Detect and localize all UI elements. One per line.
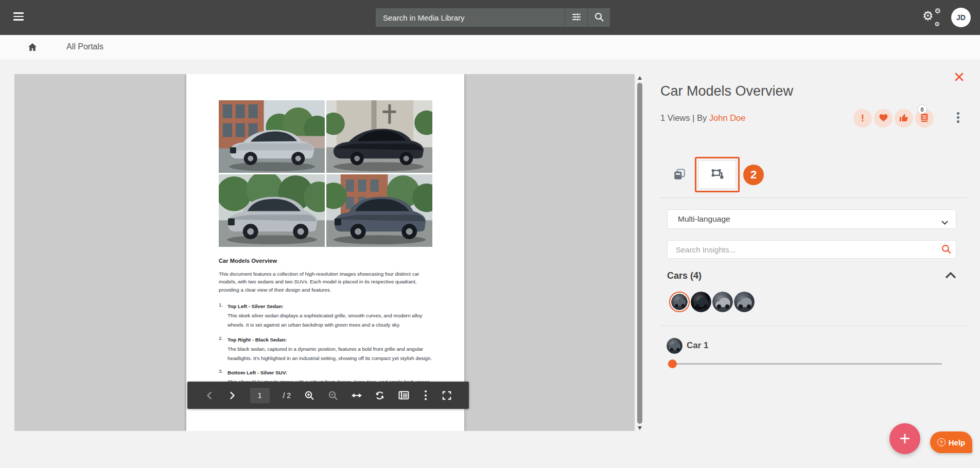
thumbs-up-icon: [899, 113, 908, 123]
tune-icon: [571, 12, 582, 24]
help-label: Help: [949, 438, 966, 447]
add-button[interactable]: +: [889, 423, 920, 454]
annotation-highlight-box: [695, 157, 740, 192]
car-thumbnail-1[interactable]: [669, 292, 690, 312]
scroll-down-arrow[interactable]: [638, 426, 642, 430]
car1-label: Car 1: [687, 340, 709, 351]
avatar[interactable]: JD: [951, 8, 971, 27]
next-page-button[interactable]: [227, 388, 237, 403]
question-icon: ?: [937, 438, 946, 446]
views-byline: 1 Views | By: [660, 113, 709, 122]
clip-timeline-handle[interactable]: [668, 359, 677, 368]
chevron-up-icon: [945, 273, 956, 280]
chevron-down-icon: [941, 218, 948, 227]
doc-list-item: 1. Top Left - Silver Sedan: This sleek s…: [219, 301, 433, 329]
viewer-scrollbar: [637, 74, 643, 431]
doc-list-item: 2. Top Right - Black Sedan: The black se…: [219, 334, 433, 363]
transform-nodes-icon: [711, 168, 724, 182]
doc-intro: This document features a collection of h…: [219, 270, 433, 294]
zoom-in-button[interactable]: [304, 388, 314, 403]
scrollbar-thumb[interactable]: [637, 83, 642, 424]
group-header-cars: Cars (4): [667, 271, 702, 281]
book-icon: [920, 113, 929, 124]
car1-thumbnail[interactable]: [667, 338, 682, 354]
media-library-search: [376, 8, 610, 27]
tab-journals[interactable]: [672, 168, 687, 182]
help-button[interactable]: ? Help: [930, 431, 972, 453]
photo-black-sedan: [326, 100, 432, 173]
car-image-grid: [219, 100, 432, 247]
prev-page-button[interactable]: [205, 388, 214, 403]
report-button[interactable]: !: [853, 109, 872, 128]
car-thumbnail-2[interactable]: [691, 292, 711, 312]
insights-search-input[interactable]: [668, 241, 933, 258]
media-search-input[interactable]: [376, 8, 565, 27]
photo-silver-sedan: [219, 100, 325, 173]
journals-copy-icon: [673, 175, 686, 183]
breadcrumb: All Portals: [0, 35, 980, 60]
language-select-value: Multi-language: [678, 214, 730, 224]
photo-silver-suv: [219, 174, 325, 247]
close-panel-button[interactable]: [951, 71, 967, 84]
breadcrumb-all-portals[interactable]: All Portals: [66, 42, 103, 51]
home-icon[interactable]: [27, 42, 38, 55]
filter-button[interactable]: [565, 8, 587, 27]
topbar: ⚙ ⚙ ⚙ JD: [0, 0, 980, 35]
car-thumbnails: [669, 292, 755, 312]
close-icon: [954, 76, 964, 83]
topbar-right: ⚙ ⚙ ⚙ JD: [922, 0, 971, 35]
insights-search-button[interactable]: [941, 244, 952, 256]
avatar-initials: JD: [956, 13, 966, 22]
tab-insights[interactable]: [698, 160, 736, 189]
menu-icon[interactable]: [13, 12, 25, 23]
car-thumbnail-3[interactable]: [712, 292, 733, 312]
page-number-input[interactable]: 1: [250, 388, 270, 403]
heart-icon: [879, 113, 888, 123]
asset-title: Car Models Overview: [660, 83, 793, 99]
photo-gray-suv: [326, 174, 432, 247]
panel-more-button[interactable]: [955, 110, 961, 125]
page-total: / 2: [283, 391, 291, 400]
collapse-group-button[interactable]: [945, 272, 956, 280]
annotation-step-badge: 2: [743, 165, 764, 185]
clip-timeline-track[interactable]: [668, 363, 942, 365]
search-button[interactable]: [588, 8, 610, 27]
refresh-button[interactable]: [375, 388, 385, 403]
pdf-viewer: Car Models Overview This document featur…: [14, 74, 635, 431]
asset-meta: 1 Views | By John Doe: [660, 113, 745, 123]
language-select[interactable]: Multi-language: [667, 209, 956, 229]
pdf-toolbar: 1 / 2: [187, 382, 469, 409]
scroll-up-arrow[interactable]: [638, 76, 642, 80]
divider: [660, 197, 968, 198]
divider: [660, 326, 968, 326]
like-button[interactable]: [895, 109, 913, 128]
pdf-page: Car Models Overview This document featur…: [186, 74, 464, 431]
like-count-badge: 0: [917, 104, 927, 114]
search-icon: [594, 12, 604, 24]
car-thumbnail-4[interactable]: [734, 292, 755, 312]
favorite-button[interactable]: [874, 109, 892, 128]
plus-icon: +: [899, 428, 910, 449]
search-icon-orange: [941, 248, 952, 256]
settings-gears-icon[interactable]: ⚙ ⚙ ⚙: [922, 9, 940, 26]
zoom-out-button[interactable]: [328, 388, 338, 403]
fullscreen-button[interactable]: [442, 388, 451, 403]
exclamation-icon: !: [861, 113, 864, 124]
insights-search: [667, 240, 956, 259]
fit-width-button[interactable]: [352, 388, 362, 403]
viewer-more-button[interactable]: [423, 388, 429, 402]
thumbnails-button[interactable]: [398, 388, 409, 403]
author-link[interactable]: John Doe: [709, 113, 746, 122]
doc-heading: Car Models Overview: [219, 258, 277, 264]
